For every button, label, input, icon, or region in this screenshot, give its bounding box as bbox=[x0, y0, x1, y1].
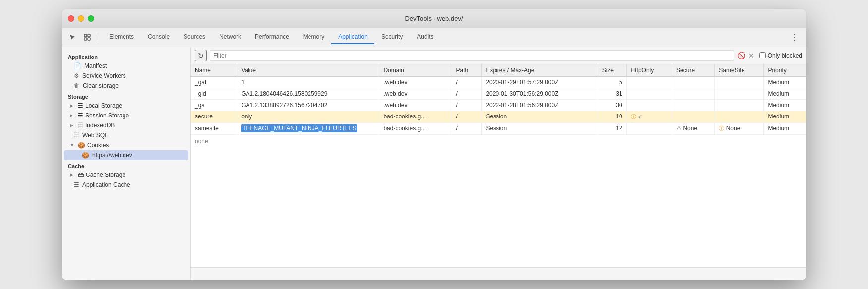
close-filter-icon[interactable]: ✕ bbox=[748, 52, 754, 59]
tab-network[interactable]: Network bbox=[212, 30, 248, 44]
cell-priority: Medium bbox=[764, 111, 806, 122]
svg-rect-2 bbox=[84, 38, 87, 40]
cell-secure bbox=[672, 88, 715, 99]
col-priority[interactable]: Priority bbox=[764, 64, 806, 77]
cell-path: / bbox=[452, 76, 482, 88]
table-row[interactable]: secureonlybad-cookies.g.../Session10ⓘ ✓M… bbox=[191, 111, 806, 122]
sidebar-item-manifest[interactable]: 📄 Manifest bbox=[64, 61, 188, 71]
sidebar-item-application-cache[interactable]: ☰ Application Cache bbox=[64, 180, 188, 190]
cell-secure bbox=[672, 111, 715, 122]
col-secure[interactable]: Secure bbox=[672, 64, 715, 77]
cell-samesite bbox=[715, 111, 764, 122]
cell-size: 10 bbox=[598, 111, 626, 122]
cell-value: GA1.2.1338892726.1567204702 bbox=[237, 99, 379, 111]
cursor-icon-btn[interactable] bbox=[66, 31, 79, 44]
tab-application[interactable]: Application bbox=[331, 30, 374, 44]
cell-httponly bbox=[626, 88, 672, 99]
inspect-icon-btn[interactable] bbox=[81, 31, 94, 44]
cell-name: secure bbox=[191, 111, 237, 122]
tab-audits[interactable]: Audits bbox=[410, 30, 440, 44]
service-workers-icon: ⚙ bbox=[74, 72, 79, 79]
tab-security[interactable]: Security bbox=[374, 30, 410, 44]
col-httponly[interactable]: HttpOnly bbox=[626, 64, 672, 77]
filter-input[interactable] bbox=[210, 50, 734, 61]
sidebar-item-cookies-url[interactable]: 🍪 https://web.dev bbox=[64, 150, 188, 160]
tab-memory[interactable]: Memory bbox=[296, 30, 331, 44]
sidebar-cookies-url-label: https://web.dev bbox=[92, 152, 132, 159]
tab-console[interactable]: Console bbox=[141, 30, 177, 44]
sidebar-item-cache-storage[interactable]: ▶ 🗃 Cache Storage bbox=[64, 170, 188, 180]
col-size[interactable]: Size bbox=[598, 64, 626, 77]
clear-filter-icon[interactable]: 🚫 bbox=[737, 52, 745, 59]
refresh-button[interactable]: ↻ bbox=[195, 50, 207, 61]
sidebar-local-storage-label: Local Storage bbox=[85, 102, 122, 109]
col-samesite[interactable]: SameSite bbox=[715, 64, 764, 77]
tab-bar: Elements Console Sources Network Perform… bbox=[102, 30, 785, 44]
table-row[interactable]: _gaGA1.2.1338892726.1567204702.web.dev/2… bbox=[191, 99, 806, 111]
tab-elements[interactable]: Elements bbox=[102, 30, 141, 44]
cell-value: 1 bbox=[237, 76, 379, 88]
cell-expires: 2020-01-29T01:57:29.000Z bbox=[482, 76, 598, 88]
maximize-button[interactable] bbox=[88, 15, 94, 22]
cell-expires: Session bbox=[482, 122, 598, 134]
cell-expires: 2022-01-28T01:56:29.000Z bbox=[482, 99, 598, 111]
tab-performance[interactable]: Performance bbox=[248, 30, 296, 44]
cursor-icon bbox=[69, 34, 76, 41]
cell-domain: bad-cookies.g... bbox=[379, 122, 452, 134]
cell-size: 12 bbox=[598, 122, 626, 134]
col-name[interactable]: Name bbox=[191, 64, 237, 77]
cell-priority: Medium bbox=[764, 76, 806, 88]
chevron-down-icon: ▼ bbox=[70, 143, 76, 148]
table-row[interactable]: samesiteTEENAGE_MUTANT_NINJA_FLEURTLESba… bbox=[191, 122, 806, 134]
col-value[interactable]: Value bbox=[237, 64, 379, 77]
sidebar-application-section: Application bbox=[62, 51, 190, 61]
sidebar-item-service-workers[interactable]: ⚙ Service Workers bbox=[64, 71, 188, 81]
col-path[interactable]: Path bbox=[452, 64, 482, 77]
cell-httponly bbox=[626, 122, 672, 134]
minimize-button[interactable] bbox=[78, 15, 84, 22]
table-row[interactable]: _gat1.web.dev/2020-01-29T01:57:29.000Z5M… bbox=[191, 76, 806, 88]
sidebar-indexed-db-label: IndexedDB bbox=[85, 122, 115, 129]
cell-httponly: ⓘ ✓ bbox=[626, 111, 672, 122]
col-expires[interactable]: Expires / Max-Age bbox=[482, 64, 598, 77]
close-button[interactable] bbox=[68, 15, 74, 22]
sidebar-cookies-label: Cookies bbox=[87, 142, 109, 149]
only-blocked-checkbox[interactable] bbox=[759, 52, 766, 58]
sidebar-item-indexed-db[interactable]: ▶ ☰ IndexedDB bbox=[64, 120, 188, 130]
sidebar-cache-section: Cache bbox=[62, 160, 190, 170]
only-blocked-checkbox-label[interactable]: Only blocked bbox=[759, 52, 802, 59]
cell-path: / bbox=[452, 99, 482, 111]
chevron-right-icon-2: ▶ bbox=[70, 113, 76, 118]
sidebar-item-clear-storage[interactable]: 🗑 Clear storage bbox=[64, 81, 188, 91]
bottom-bar bbox=[191, 267, 806, 280]
tab-sources[interactable]: Sources bbox=[177, 30, 212, 44]
cell-samesite bbox=[715, 88, 764, 99]
cell-path: / bbox=[452, 88, 482, 99]
table-row[interactable]: _gidGA1.2.1804046426.1580259929.web.dev/… bbox=[191, 88, 806, 99]
sidebar-cache-storage-label: Cache Storage bbox=[86, 172, 125, 178]
sidebar-item-web-sql[interactable]: ☰ Web SQL bbox=[64, 130, 188, 140]
toolbar-divider bbox=[98, 33, 98, 42]
inspect-icon bbox=[84, 34, 91, 41]
cookies-icon: 🍪 bbox=[78, 142, 85, 149]
cell-secure: ⚠ None bbox=[672, 122, 715, 134]
sidebar-item-session-storage[interactable]: ▶ ☰ Session Storage bbox=[64, 111, 188, 120]
cell-domain: .web.dev bbox=[379, 76, 452, 88]
sidebar-item-cookies[interactable]: ▼ 🍪 Cookies bbox=[64, 140, 188, 150]
sidebar-service-workers-label: Service Workers bbox=[82, 72, 126, 79]
cell-priority: Medium bbox=[764, 88, 806, 99]
sidebar-manifest-label: Manifest bbox=[84, 62, 107, 69]
window-title: DevTools - web.dev/ bbox=[405, 15, 463, 22]
cache-storage-icon: 🗃 bbox=[78, 172, 84, 178]
more-options-icon[interactable]: ⋮ bbox=[787, 32, 802, 43]
cell-expires: Session bbox=[482, 111, 598, 122]
main-panel: ↻ 🚫 ✕ Only blocked Name Value Domain bbox=[191, 47, 806, 280]
sidebar-item-local-storage[interactable]: ▶ ☰ Local Storage bbox=[64, 101, 188, 111]
col-domain[interactable]: Domain bbox=[379, 64, 452, 77]
sidebar-storage-section: Storage bbox=[62, 91, 190, 101]
web-sql-icon: ☰ bbox=[74, 132, 79, 139]
svg-rect-0 bbox=[84, 34, 87, 37]
sidebar-web-sql-label: Web SQL bbox=[82, 132, 108, 139]
cell-name: _gat bbox=[191, 76, 237, 88]
cell-secure bbox=[672, 76, 715, 88]
